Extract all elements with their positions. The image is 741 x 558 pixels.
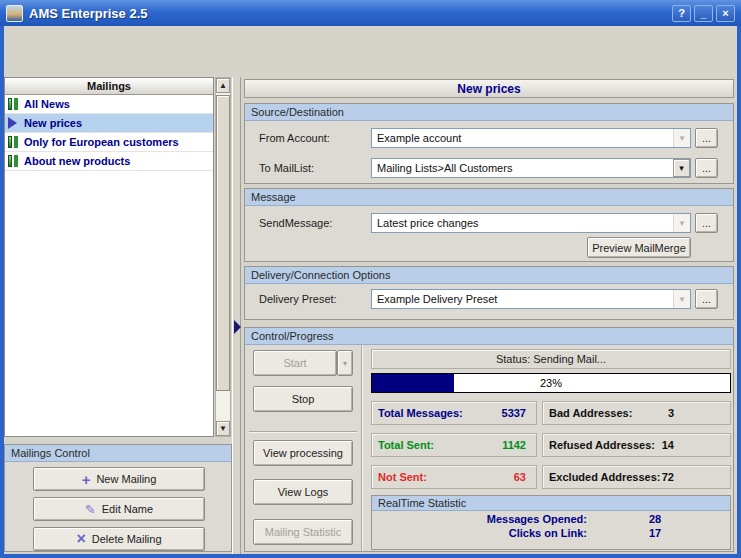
message-header: Message <box>245 189 733 206</box>
mailings-scrollbar[interactable]: ▲ ▼ <box>215 77 231 437</box>
realtime-statistic-group: RealTime Statistic Messages Opened: 28 C… <box>371 495 731 550</box>
paused-status-icon <box>8 136 12 148</box>
chevron-down-icon: ▾ <box>673 129 690 147</box>
edit-name-button[interactable]: ✎ Edit Name <box>33 497 205 521</box>
client-area: Mailings All News New prices Only for Eu… <box>4 26 737 554</box>
app-icon <box>6 5 23 22</box>
not-sent-stat: Not Sent: 63 <box>371 465 537 489</box>
preview-mailmerge-button[interactable]: Preview MailMerge <box>587 237 691 258</box>
source-destination-header: Source/Destination <box>245 104 733 121</box>
mailings-control-header: Mailings Control <box>5 445 231 462</box>
collapse-arrow-icon <box>234 320 241 334</box>
start-dropdown-icon[interactable]: ▾ <box>337 350 353 376</box>
edit-pencil-icon: ✎ <box>85 502 96 517</box>
stop-button[interactable]: Stop <box>253 386 353 412</box>
delivery-options-header: Delivery/Connection Options <box>245 267 733 284</box>
delivery-preset-browse-button[interactable]: ... <box>695 289 718 309</box>
help-titlebar-button[interactable]: ? <box>672 5 691 22</box>
from-account-browse-button[interactable]: ... <box>695 128 718 148</box>
delete-mailing-button[interactable]: × Delete Mailing <box>33 527 205 551</box>
send-message-browse-button[interactable]: ... <box>695 213 718 233</box>
control-progress-group: Control/Progress Start ▾ Stop View proce… <box>244 327 734 552</box>
progress-bar: 23% <box>371 373 731 393</box>
realtime-statistic-header: RealTime Statistic <box>372 496 730 511</box>
clicks-on-link-row: Clicks on Link: 17 <box>372 527 730 539</box>
messages-opened-row: Messages Opened: 28 <box>372 513 730 525</box>
bad-addresses-stat: Bad Addresses: 3 <box>542 401 731 425</box>
delivery-options-group: Delivery/Connection Options Delivery Pre… <box>244 266 734 320</box>
chevron-down-icon: ▾ <box>673 290 690 308</box>
chevron-down-icon: ▾ <box>673 214 690 232</box>
window-title: AMS Enterprise 2.5 <box>29 6 669 21</box>
total-messages-stat: Total Messages: 5337 <box>371 401 537 425</box>
status-text: Status: Sending Mail... <box>371 349 731 369</box>
titlebar: AMS Enterprise 2.5 ? _ × <box>0 0 741 26</box>
excluded-addresses-stat: Excluded Addresses: 72 <box>542 465 731 489</box>
delete-x-icon: × <box>76 530 85 548</box>
running-status-icon <box>8 117 17 129</box>
list-item[interactable]: About new products <box>5 152 213 171</box>
from-account-label: From Account: <box>259 128 330 148</box>
to-maillist-select[interactable]: Mailing Lists>All Customers ▾ <box>371 158 691 178</box>
divider <box>361 345 363 551</box>
message-group: Message SendMessage: Latest price change… <box>244 188 734 262</box>
paused-status-icon <box>8 155 12 167</box>
mailings-list-header: Mailings <box>5 78 213 95</box>
start-button[interactable]: Start <box>253 350 337 376</box>
minimize-button[interactable]: _ <box>694 5 713 22</box>
paused-status-icon <box>8 98 12 110</box>
divider <box>249 431 357 433</box>
delivery-preset-label: Delivery Preset: <box>259 289 337 309</box>
scroll-up-icon[interactable]: ▲ <box>216 78 230 93</box>
to-maillist-label: To MailList: <box>259 158 314 178</box>
scroll-down-icon[interactable]: ▼ <box>216 421 230 436</box>
to-maillist-browse-button[interactable]: ... <box>695 158 718 178</box>
refused-addresses-stat: Refused Addresses: 14 <box>542 433 731 457</box>
list-item[interactable]: Only for European customers <box>5 133 213 152</box>
control-progress-header: Control/Progress <box>245 328 733 345</box>
mailings-list: Mailings All News New prices Only for Eu… <box>4 77 214 437</box>
progress-percent: 23% <box>372 377 730 389</box>
list-item[interactable]: New prices <box>5 114 213 133</box>
delivery-preset-select[interactable]: Example Delivery Preset ▾ <box>371 289 691 309</box>
app-window: AMS Enterprise 2.5 ? _ × ▧ Accounts ▤ Ma… <box>0 0 741 558</box>
send-message-select[interactable]: Latest price changes ▾ <box>371 213 691 233</box>
from-account-select[interactable]: Example account ▾ <box>371 128 691 148</box>
mailing-title: New prices <box>244 79 734 98</box>
close-button[interactable]: × <box>716 5 735 22</box>
view-logs-button[interactable]: View Logs <box>253 479 353 505</box>
chevron-down-icon[interactable]: ▾ <box>673 159 690 177</box>
list-item[interactable]: All News <box>5 95 213 114</box>
scrollbar-thumb[interactable] <box>216 95 230 391</box>
total-sent-stat: Total Sent: 1142 <box>371 433 537 457</box>
source-destination-group: Source/Destination From Account: Example… <box>244 103 734 184</box>
new-mailing-button[interactable]: + New Mailing <box>33 467 205 491</box>
mailings-control-group: Mailings Control + New Mailing ✎ Edit Na… <box>4 444 232 552</box>
send-message-label: SendMessage: <box>259 213 332 233</box>
plus-icon: + <box>82 471 91 488</box>
mailing-statistic-button[interactable]: Mailing Statistic <box>253 519 353 545</box>
view-processing-button[interactable]: View processing <box>253 440 353 466</box>
panel-splitter[interactable] <box>232 77 241 554</box>
